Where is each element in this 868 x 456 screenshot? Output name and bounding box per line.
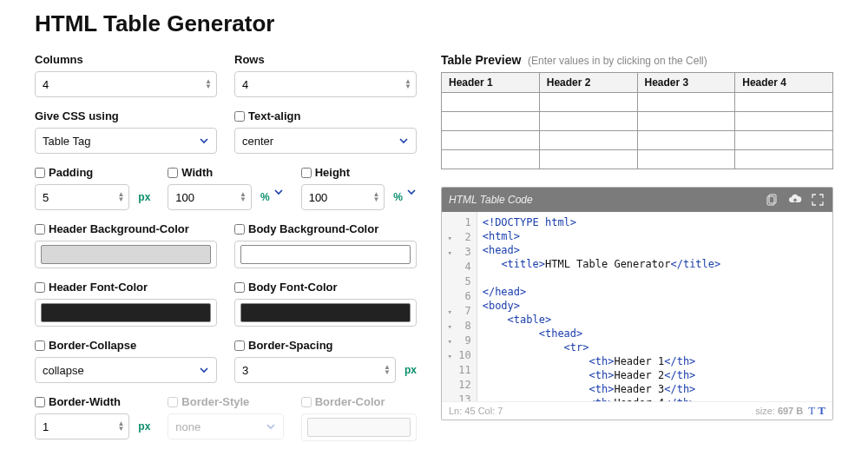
padding-label: Padding: [49, 166, 93, 179]
preview-cell[interactable]: [735, 150, 833, 169]
border-collapse-checkbox[interactable]: [35, 340, 45, 351]
chevron-down-icon[interactable]: [406, 187, 417, 197]
border-width-checkbox[interactable]: [35, 397, 45, 407]
preview-cell[interactable]: [637, 150, 735, 169]
header-bg-label: Header Background-Color: [49, 222, 189, 235]
width-label: Width: [181, 166, 213, 179]
code-title: HTML Table Code: [449, 194, 533, 206]
columns-input[interactable]: [35, 71, 217, 97]
header-bg-swatch[interactable]: [41, 245, 211, 264]
preview-header-cell[interactable]: Header 4: [735, 73, 833, 93]
chevron-down-icon: [199, 365, 209, 375]
border-spacing-input[interactable]: [234, 357, 396, 383]
preview-header-cell[interactable]: Header 1: [442, 73, 540, 93]
preview-cell[interactable]: [539, 131, 637, 150]
preview-header: Table Preview (Enter values in by clicki…: [441, 53, 833, 67]
width-unit: %: [260, 191, 270, 203]
cursor-position: Ln: 45 Col: 7: [449, 406, 503, 416]
rows-input[interactable]: [234, 71, 417, 97]
cloud-upload-icon[interactable]: [787, 192, 803, 208]
preview-cell[interactable]: [442, 131, 540, 150]
preview-header-cell[interactable]: Header 3: [637, 73, 735, 93]
page-title: HTML Table Generator: [35, 10, 833, 37]
text-align-select[interactable]: center: [234, 128, 417, 154]
border-color-checkbox[interactable]: [301, 397, 312, 407]
width-checkbox[interactable]: [168, 168, 178, 178]
height-checkbox[interactable]: [301, 168, 312, 178]
header-font-label: Header Font-Color: [49, 281, 148, 294]
border-width-unit: px: [138, 420, 150, 433]
preview-cell[interactable]: [637, 93, 735, 112]
expand-icon[interactable]: [810, 192, 825, 208]
border-style-value: none: [175, 420, 201, 433]
form-panel: Columns ▲▼ Rows ▲▼ Give CSS using Table …: [35, 53, 417, 453]
chevron-down-icon: [199, 135, 209, 146]
columns-label: Columns: [35, 53, 217, 66]
preview-cell[interactable]: [539, 93, 637, 112]
preview-cell[interactable]: [539, 112, 637, 131]
chevron-down-icon: [266, 421, 276, 432]
border-width-input[interactable]: [35, 413, 129, 439]
border-style-label: Border-Style: [181, 395, 249, 408]
chevron-down-icon: [398, 135, 409, 146]
border-color-swatch[interactable]: [307, 418, 411, 437]
text-align-label: Text-align: [248, 109, 300, 122]
padding-unit: px: [138, 191, 150, 203]
code-panel: HTML Table Code 1 ▾ 2 ▾ 3 4 5 6 ▾ 7 ▾ 8 …: [441, 187, 833, 420]
preview-title: Table Preview: [441, 53, 521, 67]
height-unit: %: [393, 191, 403, 203]
preview-cell[interactable]: [442, 112, 540, 131]
rows-label: Rows: [234, 53, 417, 66]
border-spacing-checkbox[interactable]: [234, 340, 245, 351]
code-editor[interactable]: 1 ▾ 2 ▾ 3 4 5 6 ▾ 7 ▾ 8 ▾ 9 ▾ 10 11 12 1…: [442, 212, 832, 401]
border-color-label: Border-Color: [315, 395, 385, 408]
body-bg-label: Body Background-Color: [248, 222, 378, 235]
size-label: size:: [755, 406, 775, 416]
border-collapse-value: collapse: [43, 364, 84, 377]
text-size-toggle[interactable]: T T: [808, 404, 825, 418]
preview-header-cell[interactable]: Header 2: [539, 73, 637, 93]
preview-cell[interactable]: [637, 112, 735, 131]
padding-input[interactable]: [35, 184, 129, 210]
border-spacing-unit: px: [404, 364, 417, 376]
css-using-label: Give CSS using: [35, 109, 217, 122]
header-font-swatch[interactable]: [41, 303, 211, 322]
padding-checkbox[interactable]: [35, 168, 45, 178]
preview-cell[interactable]: [735, 93, 833, 112]
body-font-checkbox[interactable]: [234, 282, 245, 293]
preview-table[interactable]: Header 1Header 2Header 3Header 4: [441, 72, 833, 169]
border-width-label: Border-Width: [49, 395, 121, 408]
body-bg-swatch[interactable]: [240, 245, 411, 264]
preview-hint: (Enter values in by clicking on the Cell…: [528, 55, 707, 67]
header-bg-checkbox[interactable]: [35, 224, 45, 235]
chevron-down-icon[interactable]: [273, 187, 284, 197]
preview-cell[interactable]: [735, 131, 833, 150]
preview-cell[interactable]: [637, 131, 735, 150]
height-input[interactable]: [301, 184, 385, 210]
border-spacing-label: Border-Spacing: [248, 339, 333, 352]
preview-cell[interactable]: [442, 150, 540, 169]
border-collapse-select[interactable]: collapse: [35, 357, 217, 383]
border-style-checkbox[interactable]: [168, 397, 178, 407]
text-align-value: center: [242, 135, 273, 148]
border-style-select[interactable]: none: [168, 413, 283, 439]
body-bg-checkbox[interactable]: [234, 224, 245, 235]
size-value: 697 B: [778, 406, 803, 416]
preview-cell[interactable]: [539, 150, 637, 169]
width-input[interactable]: [168, 184, 252, 210]
border-collapse-label: Border-Collapse: [49, 339, 136, 352]
height-label: Height: [315, 166, 350, 179]
preview-cell[interactable]: [735, 112, 833, 131]
copy-icon[interactable]: [765, 192, 780, 208]
text-align-checkbox[interactable]: [234, 111, 245, 122]
css-using-value: Table Tag: [43, 135, 90, 148]
body-font-label: Body Font-Color: [248, 281, 338, 294]
header-font-checkbox[interactable]: [35, 282, 45, 293]
css-using-select[interactable]: Table Tag: [35, 128, 217, 154]
preview-cell[interactable]: [442, 93, 540, 112]
body-font-swatch[interactable]: [240, 303, 411, 322]
